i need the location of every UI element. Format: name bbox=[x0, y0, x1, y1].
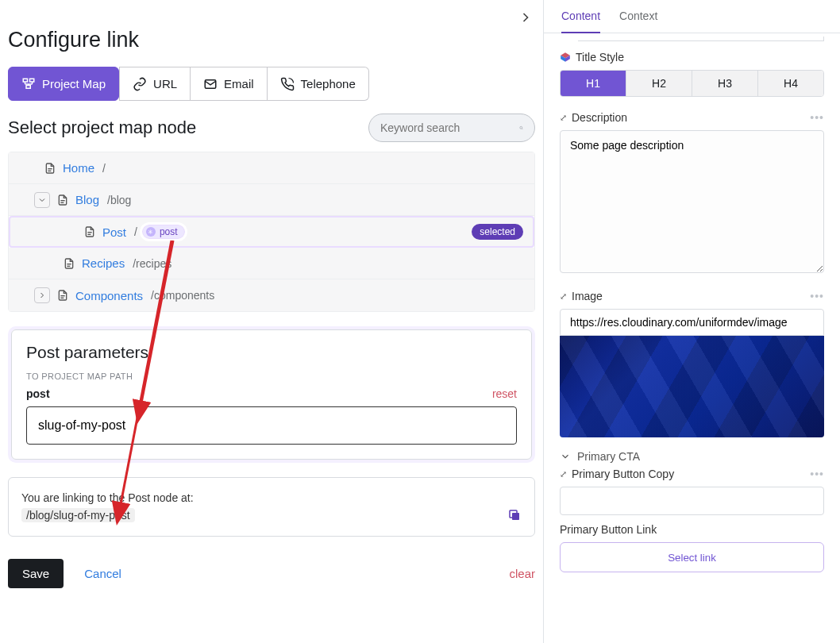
expand-toggle-components[interactable] bbox=[34, 287, 50, 303]
expand-icon: ⤢ bbox=[560, 291, 567, 302]
image-label: Image bbox=[572, 290, 603, 302]
seg-h1[interactable]: H1 bbox=[561, 71, 626, 96]
copy-icon[interactable] bbox=[507, 508, 522, 525]
page-icon bbox=[56, 289, 69, 302]
tree-path-blog: /blog bbox=[107, 194, 131, 206]
image-url-input[interactable] bbox=[560, 309, 824, 336]
dynamic-slug-chip[interactable]: ✳ post bbox=[142, 225, 185, 239]
primary-cta-section-label: Primary CTA bbox=[577, 450, 640, 463]
tree-link-post[interactable]: Post bbox=[102, 225, 126, 239]
select-node-heading: Select project map node bbox=[8, 117, 196, 138]
seg-h4[interactable]: H4 bbox=[758, 71, 823, 96]
linking-info-box: You are linking to the Post node at: /bl… bbox=[8, 477, 535, 537]
tree-row-post[interactable]: Post / ✳ post selected bbox=[9, 216, 534, 248]
post-parameters-panel: Post parameters TO PROJECT MAP PATH post… bbox=[11, 329, 532, 460]
title-style-segmented: H1 H2 H3 H4 bbox=[560, 70, 824, 97]
tree-link-home[interactable]: Home bbox=[63, 161, 94, 175]
more-dots-icon[interactable]: ••• bbox=[810, 468, 824, 480]
tree-row-blog[interactable]: Blog /blog bbox=[9, 184, 534, 216]
tree-path-recipes: /recipes bbox=[133, 257, 171, 270]
primary-button-link-label: Primary Button Link bbox=[560, 523, 657, 536]
tree-link-blog[interactable]: Blog bbox=[75, 193, 99, 206]
cube-icon bbox=[560, 52, 571, 63]
info-text: You are linking to the Post node at: bbox=[21, 489, 194, 506]
svg-rect-1 bbox=[30, 79, 34, 82]
primary-button-copy-label: Primary Button Copy bbox=[572, 468, 674, 480]
tree-path-components: /components bbox=[151, 289, 214, 302]
cancel-button[interactable]: Cancel bbox=[84, 567, 121, 580]
expand-toggle-blog[interactable] bbox=[34, 192, 50, 208]
page-icon bbox=[44, 162, 56, 175]
tab-telephone-label: Telephone bbox=[301, 77, 356, 90]
parameters-heading: Post parameters bbox=[26, 343, 517, 362]
expand-icon: ⤢ bbox=[560, 113, 567, 123]
expand-icon: ⤢ bbox=[560, 469, 567, 479]
description-label: Description bbox=[572, 111, 627, 124]
tree-link-components[interactable]: Components bbox=[75, 289, 143, 302]
clear-button[interactable]: clear bbox=[509, 567, 535, 580]
project-map-tree: Home / Blog /blog Post / ✳ post selected… bbox=[8, 152, 535, 312]
search-icon bbox=[519, 121, 523, 134]
svg-line-9 bbox=[522, 129, 522, 129]
tree-row-home[interactable]: Home / bbox=[9, 152, 534, 184]
tab-project-map-label: Project Map bbox=[42, 77, 106, 90]
tree-path-post-slash: / bbox=[134, 225, 137, 238]
more-dots-icon[interactable]: ••• bbox=[810, 290, 824, 302]
tab-project-map[interactable]: Project Map bbox=[8, 67, 119, 101]
tab-email-label: Email bbox=[224, 77, 254, 90]
more-dots-icon[interactable]: ••• bbox=[810, 111, 824, 124]
seg-h2[interactable]: H2 bbox=[626, 71, 692, 96]
page-icon bbox=[83, 225, 96, 238]
reset-link[interactable]: reset bbox=[492, 387, 517, 400]
primary-button-copy-input[interactable] bbox=[560, 487, 824, 515]
page-icon bbox=[56, 194, 69, 206]
dynamic-slug-label: post bbox=[160, 226, 178, 237]
svg-rect-0 bbox=[23, 79, 27, 82]
tab-url-label: URL bbox=[153, 77, 177, 90]
post-slug-input[interactable] bbox=[26, 406, 517, 445]
tree-link-recipes[interactable]: Recipes bbox=[82, 256, 125, 270]
collapse-chevron-icon[interactable] bbox=[518, 10, 534, 28]
keyword-search[interactable] bbox=[368, 114, 535, 142]
title-style-label: Title Style bbox=[576, 51, 624, 64]
right-tab-context[interactable]: Context bbox=[619, 0, 657, 33]
chevron-down-icon[interactable] bbox=[560, 451, 571, 462]
description-textarea[interactable] bbox=[560, 130, 824, 273]
page-icon bbox=[63, 257, 75, 270]
info-path: /blog/slug-of-my-post bbox=[21, 508, 135, 522]
right-tab-content[interactable]: Content bbox=[561, 0, 600, 33]
parameters-subhead: TO PROJECT MAP PATH bbox=[26, 372, 517, 381]
tab-telephone[interactable]: Telephone bbox=[268, 67, 369, 101]
svg-rect-20 bbox=[512, 513, 519, 520]
image-preview bbox=[560, 336, 824, 437]
page-title: Configure link bbox=[8, 28, 535, 52]
select-link-button[interactable]: Select link bbox=[560, 542, 824, 572]
tree-row-components[interactable]: Components /components bbox=[9, 279, 534, 311]
link-type-tabs: Project Map URL Email Telephone bbox=[8, 67, 535, 101]
tree-row-recipes[interactable]: Recipes /recipes bbox=[9, 248, 534, 279]
field-label-post: post bbox=[26, 387, 50, 400]
tab-url[interactable]: URL bbox=[119, 67, 191, 101]
selected-badge: selected bbox=[472, 224, 523, 240]
svg-rect-2 bbox=[26, 85, 30, 88]
save-button[interactable]: Save bbox=[8, 559, 64, 588]
tree-path-home: / bbox=[102, 162, 106, 175]
svg-point-8 bbox=[520, 126, 522, 129]
keyword-search-input[interactable] bbox=[380, 121, 519, 134]
tab-email[interactable]: Email bbox=[191, 67, 268, 101]
seg-h3[interactable]: H3 bbox=[692, 71, 758, 96]
